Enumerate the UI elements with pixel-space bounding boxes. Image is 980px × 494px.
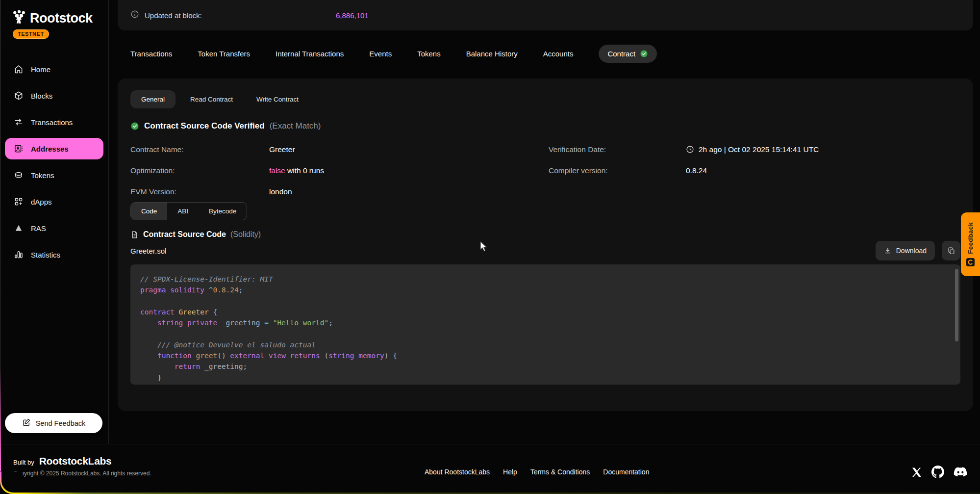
sidebar-item-label: Blocks: [31, 92, 52, 100]
feedback-tab-label: Feedback: [967, 222, 974, 254]
sidebar-item-label: Transactions: [31, 118, 73, 127]
sidebar-item-label: Tokens: [31, 171, 54, 180]
contract-details: Contract Name: Greeter Verification Date…: [130, 139, 960, 202]
logo-text: Rootstock: [30, 11, 93, 26]
addresses-icon: [13, 144, 24, 154]
verified-match-type: (Exact Match): [270, 121, 321, 131]
built-by-label: Built by: [13, 459, 34, 466]
discord-icon[interactable]: [954, 467, 967, 477]
tab-internal-transactions[interactable]: Internal Transactions: [276, 50, 344, 58]
code-tab-abi[interactable]: ABI: [167, 203, 199, 220]
compiler-version-label: Compiler version:: [549, 166, 686, 175]
source-code-title: Contract Source Code: [143, 230, 226, 239]
download-label: Download: [896, 247, 927, 255]
footer-link-documentation[interactable]: Documentation: [603, 468, 649, 476]
download-button[interactable]: Download: [876, 241, 935, 260]
sidebar-item-statistics[interactable]: Statistics: [5, 244, 103, 265]
tab-tokens[interactable]: Tokens: [417, 50, 441, 58]
optimization-value: false with 0 runs: [269, 166, 549, 175]
footer-socials: [911, 466, 967, 478]
compiler-version-value: 0.8.24: [686, 166, 960, 175]
sidebar-item-label: Home: [31, 65, 50, 74]
clock-icon: [686, 145, 694, 154]
home-icon: [13, 64, 24, 75]
code-tab-bytecode[interactable]: Bytecode: [199, 203, 247, 220]
edit-note-icon: [22, 418, 31, 428]
dapps-icon: [13, 197, 24, 207]
tab-transactions[interactable]: Transactions: [130, 50, 172, 58]
rootstock-logo[interactable]: Rootstock: [0, 0, 108, 26]
verification-date-value: 2h ago | Oct 02 2025 15:14:41 UTC: [686, 145, 960, 154]
sidebar-item-blocks[interactable]: Blocks: [5, 85, 103, 106]
address-tabs: Transactions Token Transfers Internal Tr…: [118, 42, 973, 65]
sidebar-item-label: Addresses: [31, 145, 69, 153]
verified-banner: Contract Source Code Verified (Exact Mat…: [130, 121, 960, 131]
rootstock-logo-icon: [12, 10, 26, 26]
source-file-actions: Download: [876, 241, 960, 260]
code-scrollbar-thumb[interactable]: [955, 269, 958, 341]
tab-contract[interactable]: Contract: [599, 45, 657, 63]
tab-token-transfers[interactable]: Token Transfers: [198, 50, 250, 58]
footer-links: About RootstockLabs Help Terms & Conditi…: [425, 468, 649, 476]
verification-date-label: Verification Date:: [549, 145, 686, 154]
sidebar-item-home[interactable]: Home: [5, 58, 103, 80]
statistics-icon: [13, 250, 24, 260]
rootstocklabs-mark-icon: [966, 258, 975, 266]
code-line: string private _greeting = "Hello world"…: [140, 317, 946, 328]
source-code-header: Contract Source Code (Solidity): [130, 230, 960, 239]
copyright-text: Copyright © 2025 RootstockLabs. All righ…: [13, 470, 151, 477]
footer-link-help[interactable]: Help: [503, 468, 517, 476]
verified-title: Contract Source Code Verified: [144, 121, 265, 131]
sidebar-item-label: Statistics: [31, 251, 60, 259]
footer-link-terms[interactable]: Terms & Conditions: [530, 468, 590, 476]
code-line: }: [140, 372, 946, 383]
subtab-general[interactable]: General: [130, 90, 176, 108]
code-view-switch: Code ABI Bytecode: [130, 202, 247, 220]
source-code-viewer[interactable]: // SPDX-License-Identifier: MITpragma so…: [130, 264, 960, 385]
sidebar-item-dapps[interactable]: dApps: [5, 191, 103, 212]
ras-icon: [13, 223, 24, 234]
code-line: return _greeting;: [140, 361, 946, 372]
feedback-tab[interactable]: Feedback: [961, 212, 980, 276]
code-line: /// @notice Devuelve el saludo actual: [140, 339, 946, 350]
main-content: Updated at block: 6,886,101 Transactions…: [118, 0, 973, 411]
tab-balance-history[interactable]: Balance History: [466, 50, 518, 58]
subtab-read-contract[interactable]: Read Contract: [181, 90, 242, 108]
sidebar-item-label: dApps: [31, 198, 52, 206]
tab-accounts[interactable]: Accounts: [543, 50, 574, 58]
sidebar-item-tokens[interactable]: Tokens: [5, 164, 103, 186]
blocks-icon: [13, 91, 24, 101]
page-edge-accent: [0, 0, 1, 471]
sidebar-item-transactions[interactable]: Transactions: [5, 111, 103, 133]
footer: Built by RootstockLabs Copyright © 2025 …: [0, 444, 980, 494]
code-tab-code[interactable]: Code: [131, 203, 167, 220]
block-number-link[interactable]: 6,886,101: [336, 11, 369, 20]
code-line: [140, 296, 946, 307]
tab-events[interactable]: Events: [369, 50, 392, 58]
source-file-row: Greeter.sol Download: [130, 241, 960, 260]
optimization-label: Optimization:: [130, 166, 269, 175]
contract-subtabs: General Read Contract Write Contract: [130, 90, 960, 108]
footer-link-about[interactable]: About RootstockLabs: [425, 468, 490, 476]
updated-at-block-label: Updated at block:: [145, 11, 202, 20]
subtab-write-contract[interactable]: Write Contract: [248, 90, 307, 108]
sidebar-item-ras[interactable]: RAS: [5, 217, 103, 239]
updated-at-block-bar: Updated at block: 6,886,101: [118, 0, 973, 30]
code-line: function greet() external view returns (…: [140, 350, 946, 361]
contract-name-label: Contract Name:: [130, 145, 269, 154]
evm-version-value: london: [269, 187, 549, 196]
sidebar-item-label: RAS: [31, 224, 46, 233]
rootstocklabs-brand[interactable]: RootstockLabs: [39, 455, 112, 467]
x-icon[interactable]: [911, 467, 922, 478]
sidebar-item-addresses[interactable]: Addresses: [5, 138, 103, 159]
copy-source-button[interactable]: [942, 241, 960, 260]
info-icon: [130, 10, 139, 21]
copy-icon: [947, 247, 955, 255]
send-feedback-label: Send Feedback: [36, 419, 86, 427]
send-feedback-button[interactable]: Send Feedback: [5, 413, 102, 433]
contract-name-value: Greeter: [269, 145, 549, 154]
code-line: pragma solidity ^0.8.24;: [140, 285, 946, 295]
network-badge: TESTNET: [13, 29, 49, 39]
github-icon[interactable]: [931, 466, 944, 478]
code-line: [140, 328, 946, 339]
